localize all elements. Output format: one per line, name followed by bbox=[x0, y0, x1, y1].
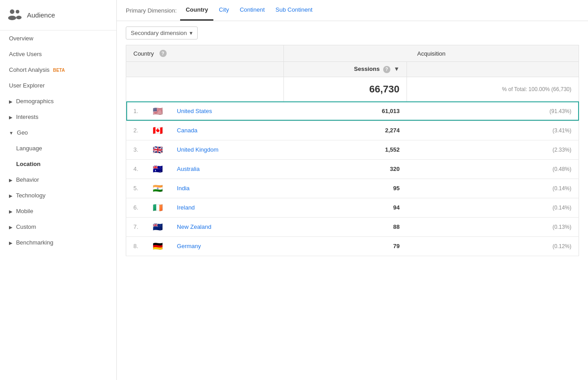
sessions-pct: (0.14%) bbox=[407, 198, 579, 217]
table-row: 3.🇬🇧United Kingdom1,552(2.33%) bbox=[126, 140, 579, 159]
country-flag: 🇳🇿 bbox=[146, 217, 170, 236]
table-row: 2.🇨🇦Canada2,274(3.41%) bbox=[126, 121, 579, 140]
sort-arrow-icon: ▼ bbox=[393, 66, 399, 72]
sidebar-item-language[interactable]: Language bbox=[0, 140, 116, 156]
table-row: 5.🇮🇳India95(0.14%) bbox=[126, 179, 579, 198]
row-number: 7. bbox=[126, 217, 146, 236]
country-name-cell: United Kingdom bbox=[170, 140, 284, 159]
row-number: 2. bbox=[126, 121, 146, 140]
sidebar-item-technology[interactable]: ▶ Technology bbox=[0, 188, 116, 203]
country-header: Country ? bbox=[126, 45, 284, 62]
country-link[interactable]: Germany bbox=[177, 243, 201, 249]
table-row: 6.🇮🇪Ireland94(0.14%) bbox=[126, 198, 579, 217]
country-name-cell: Australia bbox=[170, 159, 284, 179]
row-number: 6. bbox=[126, 198, 146, 217]
row-number: 8. bbox=[126, 236, 146, 256]
sessions-pct: (3.41%) bbox=[407, 121, 579, 140]
sidebar-item-custom[interactable]: ▶ Custom bbox=[0, 219, 116, 235]
sessions-pct: (0.48%) bbox=[407, 159, 579, 179]
sessions-value: 320 bbox=[284, 159, 407, 179]
sessions-value: 61,013 bbox=[284, 101, 407, 121]
sessions-value: 88 bbox=[284, 217, 407, 236]
country-name-cell: Germany bbox=[170, 236, 284, 256]
sessions-value: 79 bbox=[284, 236, 407, 256]
sidebar-item-overview[interactable]: Overview bbox=[0, 31, 116, 46]
country-help-icon[interactable]: ? bbox=[159, 50, 167, 57]
svg-point-3 bbox=[16, 16, 22, 19]
main-content: Primary Dimension: Country City Continen… bbox=[117, 0, 588, 380]
sidebar: Audience Overview Active Users Cohort An… bbox=[0, 0, 117, 380]
sidebar-item-demographics[interactable]: ▶ Demographics bbox=[0, 93, 116, 109]
country-col-header bbox=[126, 62, 284, 77]
tab-sub-continent[interactable]: Sub Continent bbox=[270, 6, 318, 21]
sessions-pct: (0.12%) bbox=[407, 236, 579, 256]
country-flag: 🇩🇪 bbox=[146, 236, 170, 256]
sidebar-item-mobile[interactable]: ▶ Mobile bbox=[0, 203, 116, 219]
primary-dimension-bar: Primary Dimension: Country City Continen… bbox=[117, 0, 588, 21]
sessions-pct: (91.43%) bbox=[407, 101, 579, 121]
table-row: 8.🇩🇪Germany79(0.12%) bbox=[126, 236, 579, 256]
data-table: Country ? Acquisition Sessions ? ▼ bbox=[126, 45, 579, 256]
country-link[interactable]: Australia bbox=[177, 166, 200, 172]
country-name-cell: Canada bbox=[170, 121, 284, 140]
sidebar-item-cohort-analysis[interactable]: Cohort Analysis BETA bbox=[0, 62, 116, 78]
behavior-arrow: ▶ bbox=[9, 178, 13, 183]
sidebar-item-active-users[interactable]: Active Users bbox=[0, 46, 116, 62]
technology-arrow: ▶ bbox=[9, 193, 13, 198]
svg-point-2 bbox=[16, 10, 19, 13]
sessions-value: 95 bbox=[284, 179, 407, 198]
country-flag: 🇮🇪 bbox=[146, 198, 170, 217]
sidebar-header: Audience bbox=[0, 0, 116, 31]
benchmarking-arrow: ▶ bbox=[9, 240, 13, 245]
sessions-pct: (0.14%) bbox=[407, 179, 579, 198]
custom-arrow: ▶ bbox=[9, 225, 13, 230]
interests-arrow: ▶ bbox=[9, 115, 13, 120]
sessions-pct: (0.13%) bbox=[407, 217, 579, 236]
total-sessions-value: 66,730 bbox=[284, 77, 407, 101]
country-name-cell: United States bbox=[170, 101, 284, 121]
sessions-pct-header bbox=[407, 62, 579, 77]
country-flag: 🇨🇦 bbox=[146, 121, 170, 140]
country-link[interactable]: Ireland bbox=[177, 204, 195, 211]
country-flag: 🇬🇧 bbox=[146, 140, 170, 159]
country-flag: 🇦🇺 bbox=[146, 159, 170, 179]
sidebar-item-geo[interactable]: ▼ Geo bbox=[0, 125, 116, 140]
sessions-value: 1,552 bbox=[284, 140, 407, 159]
tab-country[interactable]: Country bbox=[180, 6, 213, 21]
sidebar-item-location[interactable]: Location bbox=[0, 156, 116, 172]
table-row: 4.🇦🇺Australia320(0.48%) bbox=[126, 159, 579, 179]
mobile-arrow: ▶ bbox=[9, 209, 13, 214]
sidebar-item-benchmarking[interactable]: ▶ Benchmarking bbox=[0, 235, 116, 250]
sidebar-item-user-explorer[interactable]: User Explorer bbox=[0, 78, 116, 93]
total-sessions-pct: % of Total: 100.00% (66,730) bbox=[407, 77, 579, 101]
geo-arrow: ▼ bbox=[9, 131, 13, 135]
sessions-pct: (2.33%) bbox=[407, 140, 579, 159]
demographics-arrow: ▶ bbox=[9, 99, 13, 104]
country-link[interactable]: United Kingdom bbox=[177, 146, 219, 153]
sessions-value: 94 bbox=[284, 198, 407, 217]
totals-row: 66,730 % of Total: 100.00% (66,730) bbox=[126, 77, 579, 101]
country-link[interactable]: New Zealand bbox=[177, 223, 212, 230]
row-number: 5. bbox=[126, 179, 146, 198]
tab-continent[interactable]: Continent bbox=[234, 6, 270, 21]
acquisition-header: Acquisition bbox=[284, 45, 579, 62]
country-link[interactable]: India bbox=[177, 185, 190, 192]
tab-city[interactable]: City bbox=[213, 6, 234, 21]
sessions-header[interactable]: Sessions ? ▼ bbox=[284, 62, 407, 77]
sidebar-item-interests[interactable]: ▶ Interests bbox=[0, 109, 116, 125]
sidebar-item-behavior[interactable]: ▶ Behavior bbox=[0, 172, 116, 188]
secondary-dimension-dropdown[interactable]: Secondary dimension ▾ bbox=[126, 26, 198, 39]
country-link[interactable]: Canada bbox=[177, 127, 198, 134]
people-icon bbox=[7, 8, 22, 22]
row-number: 3. bbox=[126, 140, 146, 159]
sessions-help-icon[interactable]: ? bbox=[383, 66, 390, 73]
country-name-cell: Ireland bbox=[170, 198, 284, 217]
svg-point-0 bbox=[10, 9, 14, 14]
row-number: 1. bbox=[126, 101, 146, 121]
sessions-value: 2,274 bbox=[284, 121, 407, 140]
sidebar-title: Audience bbox=[27, 11, 55, 19]
table-area: Country ? Acquisition Sessions ? ▼ bbox=[117, 45, 588, 380]
country-flag: 🇺🇸 bbox=[146, 101, 170, 121]
country-link[interactable]: United States bbox=[177, 108, 212, 114]
svg-point-1 bbox=[8, 16, 16, 20]
